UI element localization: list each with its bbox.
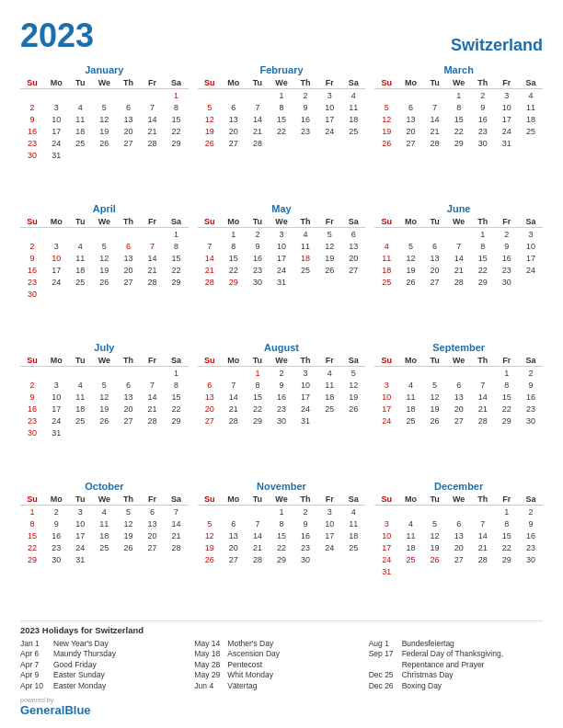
day-cell: 23	[20, 415, 44, 427]
day-cell: 14	[222, 391, 246, 403]
holiday-name: Easter Sunday	[53, 670, 105, 679]
day-cell: 15	[495, 391, 519, 403]
day-cell: 8	[495, 518, 519, 529]
day-cell	[198, 228, 222, 240]
day-header: Fr	[317, 77, 341, 89]
month-grid: SuMoTuWeThFrSa12345678910111213141516171…	[20, 494, 189, 565]
day-cell: 15	[165, 252, 189, 264]
day-cell: 7	[471, 379, 495, 391]
day-cell: 24	[317, 125, 341, 137]
day-header: Tu	[246, 494, 270, 506]
day-cell: 26	[317, 264, 341, 276]
day-cell	[317, 553, 341, 565]
day-cell	[471, 565, 495, 577]
day-cell: 11	[398, 391, 422, 403]
holiday-row: Dec 26Boxing Day	[369, 681, 543, 690]
day-cell	[92, 89, 116, 101]
day-cell	[68, 367, 92, 379]
day-cell: 4	[341, 506, 365, 518]
month-title: May	[198, 203, 366, 214]
day-cell: 10	[270, 240, 293, 252]
day-cell: 7	[165, 506, 189, 518]
day-cell: 14	[471, 529, 495, 541]
day-cell	[44, 288, 68, 300]
day-cell: 10	[44, 391, 68, 403]
day-cell: 25	[341, 541, 365, 553]
day-cell: 1	[165, 367, 189, 379]
day-cell: 26	[423, 553, 447, 565]
day-cell: 10	[44, 113, 68, 125]
day-cell: 18	[374, 264, 398, 276]
day-header: We	[92, 216, 116, 228]
day-cell	[140, 288, 164, 300]
day-cell: 13	[140, 518, 164, 529]
day-cell: 29	[222, 276, 246, 288]
holiday-name: Easter Monday	[53, 681, 106, 690]
day-cell: 20	[447, 541, 471, 553]
holiday-row: Apr 10Easter Monday	[20, 681, 194, 690]
day-cell: 19	[92, 264, 116, 276]
day-cell: 5	[317, 228, 341, 240]
month-grid: SuMoTuWeThFrSa12345678910111213141516171…	[20, 216, 189, 300]
day-cell: 29	[270, 553, 293, 565]
day-cell: 13	[116, 113, 140, 125]
day-cell: 29	[165, 415, 189, 427]
holiday-name: Mother's Day	[227, 639, 273, 648]
day-cell: 5	[423, 379, 447, 391]
holiday-date: May 14	[194, 639, 224, 648]
day-cell: 6	[222, 101, 246, 113]
month-grid: SuMoTuWeThFrSa12345678910111213141516171…	[198, 216, 366, 288]
day-cell: 3	[44, 101, 68, 113]
day-header: Tu	[246, 77, 270, 89]
day-cell: 29	[495, 553, 519, 565]
holidays-columns: Jan 1New Year's DayApr 6Maundy ThursdayA…	[20, 639, 543, 692]
day-cell: 10	[495, 101, 519, 113]
holiday-row: Repentance and Prayer	[369, 660, 543, 669]
day-header: Su	[20, 216, 44, 228]
day-cell: 22	[246, 403, 270, 415]
day-cell: 14	[140, 391, 164, 403]
day-cell: 8	[165, 379, 189, 391]
day-cell	[165, 427, 189, 438]
day-cell: 7	[140, 379, 164, 391]
day-cell: 27	[116, 137, 140, 149]
day-cell	[374, 506, 398, 518]
day-cell: 4	[68, 379, 92, 391]
day-cell	[116, 228, 140, 240]
day-cell: 2	[293, 89, 317, 101]
day-cell: 3	[317, 506, 341, 518]
holiday-date: Apr 9	[20, 670, 50, 679]
day-cell: 31	[293, 415, 317, 427]
day-cell: 28	[246, 137, 270, 149]
day-cell: 18	[68, 125, 92, 137]
day-cell: 15	[222, 252, 246, 264]
day-cell: 25	[293, 264, 317, 276]
day-header: Su	[374, 77, 398, 89]
day-header: Th	[471, 355, 495, 367]
day-cell: 23	[270, 403, 293, 415]
month-title: September	[374, 342, 543, 353]
day-cell: 13	[398, 113, 422, 125]
day-cell: 24	[495, 125, 519, 137]
day-cell: 22	[20, 541, 44, 553]
day-cell	[222, 506, 246, 518]
day-cell: 28	[140, 415, 164, 427]
month-title: October	[20, 481, 189, 492]
day-cell	[116, 367, 140, 379]
day-cell	[398, 565, 422, 577]
day-header: Su	[374, 355, 398, 367]
day-cell: 8	[447, 101, 471, 113]
day-cell: 14	[471, 391, 495, 403]
day-cell: 4	[92, 506, 116, 518]
day-cell	[341, 415, 365, 427]
holiday-name: Christmas Day	[402, 670, 454, 679]
day-cell: 11	[341, 518, 365, 529]
day-cell: 8	[471, 240, 495, 252]
holiday-row: Dec 25Christmas Day	[369, 670, 543, 679]
day-cell: 20	[140, 529, 164, 541]
holiday-row: Apr 6Maundy Thursday	[20, 649, 194, 658]
day-cell: 27	[447, 415, 471, 427]
day-cell	[116, 288, 140, 300]
day-header: Sa	[341, 216, 365, 228]
holiday-date: Sep 17	[369, 649, 398, 658]
